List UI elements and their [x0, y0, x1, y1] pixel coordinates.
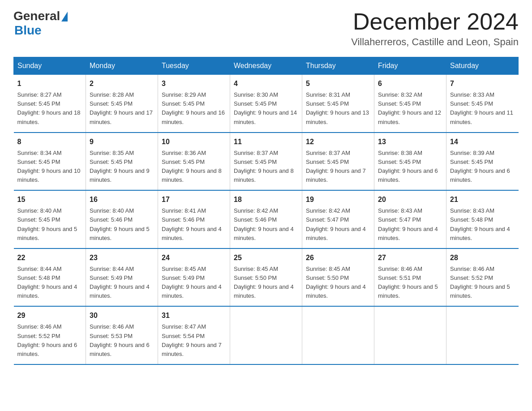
- calendar-week-2: 8 Sunrise: 8:34 AMSunset: 5:45 PMDayligh…: [14, 133, 519, 191]
- title-section: December 2024 Villaherreros, Castille an…: [351, 9, 519, 48]
- day-number: 30: [90, 310, 154, 321]
- cell-info: Sunrise: 8:44 AMSunset: 5:48 PMDaylight:…: [17, 265, 77, 299]
- calendar-cell: 28 Sunrise: 8:46 AMSunset: 5:52 PMDaylig…: [446, 248, 519, 307]
- cell-info: Sunrise: 8:34 AMSunset: 5:45 PMDaylight:…: [17, 150, 81, 183]
- calendar-week-4: 22 Sunrise: 8:44 AMSunset: 5:48 PMDaylig…: [14, 248, 519, 307]
- weekday-header-tuesday: Tuesday: [158, 57, 230, 75]
- calendar-cell: 16 Sunrise: 8:40 AMSunset: 5:46 PMDaylig…: [86, 190, 158, 248]
- weekday-header-friday: Friday: [374, 57, 446, 75]
- calendar-cell: 8 Sunrise: 8:34 AMSunset: 5:45 PMDayligh…: [14, 133, 86, 191]
- cell-info: Sunrise: 8:44 AMSunset: 5:49 PMDaylight:…: [90, 265, 150, 299]
- cell-info: Sunrise: 8:38 AMSunset: 5:45 PMDaylight:…: [378, 150, 438, 183]
- weekday-header-saturday: Saturday: [446, 57, 519, 75]
- logo: General Blue: [13, 9, 68, 38]
- cell-info: Sunrise: 8:47 AMSunset: 5:54 PMDaylight:…: [162, 323, 222, 357]
- day-number: 17: [162, 194, 226, 205]
- weekday-header-thursday: Thursday: [302, 57, 374, 75]
- cell-info: Sunrise: 8:42 AMSunset: 5:46 PMDaylight:…: [234, 207, 294, 241]
- weekday-header-sunday: Sunday: [14, 57, 86, 75]
- day-number: 8: [17, 137, 82, 147]
- calendar-cell: 19 Sunrise: 8:42 AMSunset: 5:47 PMDaylig…: [302, 190, 374, 248]
- calendar-cell: 9 Sunrise: 8:35 AMSunset: 5:45 PMDayligh…: [86, 133, 158, 191]
- cell-info: Sunrise: 8:35 AMSunset: 5:45 PMDaylight:…: [90, 150, 150, 183]
- cell-info: Sunrise: 8:28 AMSunset: 5:45 PMDaylight:…: [90, 91, 153, 125]
- calendar-cell: 31 Sunrise: 8:47 AMSunset: 5:54 PMDaylig…: [158, 306, 230, 364]
- day-number: 16: [90, 194, 154, 205]
- calendar-cell: [302, 306, 374, 364]
- cell-info: Sunrise: 8:27 AMSunset: 5:45 PMDaylight:…: [17, 91, 81, 125]
- cell-info: Sunrise: 8:46 AMSunset: 5:52 PMDaylight:…: [450, 265, 510, 299]
- calendar-cell: 1 Sunrise: 8:27 AMSunset: 5:45 PMDayligh…: [14, 75, 86, 133]
- month-year-title: December 2024: [351, 9, 519, 34]
- day-number: 5: [306, 78, 370, 89]
- calendar-cell: 15 Sunrise: 8:40 AMSunset: 5:45 PMDaylig…: [14, 190, 86, 248]
- calendar-cell: 20 Sunrise: 8:43 AMSunset: 5:47 PMDaylig…: [374, 190, 446, 248]
- calendar-week-3: 15 Sunrise: 8:40 AMSunset: 5:45 PMDaylig…: [14, 190, 519, 248]
- day-number: 10: [162, 137, 226, 147]
- calendar-table: SundayMondayTuesdayWednesdayThursdayFrid…: [13, 57, 519, 365]
- calendar-cell: 7 Sunrise: 8:33 AMSunset: 5:45 PMDayligh…: [446, 75, 519, 133]
- calendar-cell: [230, 306, 302, 364]
- day-number: 25: [234, 253, 298, 263]
- day-number: 18: [234, 194, 298, 205]
- calendar-cell: [446, 306, 519, 364]
- cell-info: Sunrise: 8:46 AMSunset: 5:53 PMDaylight:…: [90, 323, 150, 357]
- cell-info: Sunrise: 8:46 AMSunset: 5:51 PMDaylight:…: [378, 265, 438, 299]
- logo-general-text: General: [13, 9, 60, 23]
- calendar-cell: 3 Sunrise: 8:29 AMSunset: 5:45 PMDayligh…: [158, 75, 230, 133]
- day-number: 15: [17, 194, 82, 205]
- logo-triangle-icon: [61, 12, 68, 21]
- cell-info: Sunrise: 8:30 AMSunset: 5:45 PMDaylight:…: [234, 91, 297, 125]
- calendar-cell: 17 Sunrise: 8:41 AMSunset: 5:46 PMDaylig…: [158, 190, 230, 248]
- calendar-week-1: 1 Sunrise: 8:27 AMSunset: 5:45 PMDayligh…: [14, 75, 519, 133]
- cell-info: Sunrise: 8:33 AMSunset: 5:45 PMDaylight:…: [450, 91, 513, 125]
- day-number: 29: [17, 310, 82, 321]
- day-number: 3: [162, 78, 226, 89]
- cell-info: Sunrise: 8:40 AMSunset: 5:45 PMDaylight:…: [17, 207, 77, 241]
- calendar-cell: 30 Sunrise: 8:46 AMSunset: 5:53 PMDaylig…: [86, 306, 158, 364]
- day-number: 11: [234, 137, 298, 147]
- location-subtitle: Villaherreros, Castille and Leon, Spain: [351, 36, 519, 48]
- page-header: General Blue December 2024 Villaherreros…: [13, 9, 519, 48]
- calendar-cell: 13 Sunrise: 8:38 AMSunset: 5:45 PMDaylig…: [374, 133, 446, 191]
- cell-info: Sunrise: 8:32 AMSunset: 5:45 PMDaylight:…: [378, 91, 441, 125]
- calendar-cell: 24 Sunrise: 8:45 AMSunset: 5:49 PMDaylig…: [158, 248, 230, 307]
- cell-info: Sunrise: 8:42 AMSunset: 5:47 PMDaylight:…: [306, 207, 366, 241]
- calendar-cell: 6 Sunrise: 8:32 AMSunset: 5:45 PMDayligh…: [374, 75, 446, 133]
- day-number: 26: [306, 253, 370, 263]
- day-number: 4: [234, 78, 298, 89]
- logo-blue-text: Blue: [14, 23, 42, 38]
- day-number: 6: [378, 78, 442, 89]
- calendar-cell: 2 Sunrise: 8:28 AMSunset: 5:45 PMDayligh…: [86, 75, 158, 133]
- calendar-cell: 11 Sunrise: 8:37 AMSunset: 5:45 PMDaylig…: [230, 133, 302, 191]
- cell-info: Sunrise: 8:37 AMSunset: 5:45 PMDaylight:…: [234, 150, 294, 183]
- calendar-cell: 27 Sunrise: 8:46 AMSunset: 5:51 PMDaylig…: [374, 248, 446, 307]
- weekday-header-wednesday: Wednesday: [230, 57, 302, 75]
- cell-info: Sunrise: 8:43 AMSunset: 5:47 PMDaylight:…: [378, 207, 438, 241]
- day-number: 14: [450, 137, 515, 147]
- cell-info: Sunrise: 8:37 AMSunset: 5:45 PMDaylight:…: [306, 150, 366, 183]
- day-number: 27: [378, 253, 442, 263]
- day-number: 13: [378, 137, 442, 147]
- calendar-cell: 14 Sunrise: 8:39 AMSunset: 5:45 PMDaylig…: [446, 133, 519, 191]
- calendar-cell: 22 Sunrise: 8:44 AMSunset: 5:48 PMDaylig…: [14, 248, 86, 307]
- weekday-header-monday: Monday: [86, 57, 158, 75]
- day-number: 19: [306, 194, 370, 205]
- calendar-cell: 18 Sunrise: 8:42 AMSunset: 5:46 PMDaylig…: [230, 190, 302, 248]
- cell-info: Sunrise: 8:29 AMSunset: 5:45 PMDaylight:…: [162, 91, 225, 125]
- cell-info: Sunrise: 8:36 AMSunset: 5:45 PMDaylight:…: [162, 150, 222, 183]
- calendar-cell: 10 Sunrise: 8:36 AMSunset: 5:45 PMDaylig…: [158, 133, 230, 191]
- cell-info: Sunrise: 8:45 AMSunset: 5:50 PMDaylight:…: [306, 265, 366, 299]
- calendar-cell: 12 Sunrise: 8:37 AMSunset: 5:45 PMDaylig…: [302, 133, 374, 191]
- weekday-header-row: SundayMondayTuesdayWednesdayThursdayFrid…: [14, 57, 519, 75]
- day-number: 20: [378, 194, 442, 205]
- calendar-cell: 29 Sunrise: 8:46 AMSunset: 5:52 PMDaylig…: [14, 306, 86, 364]
- day-number: 2: [90, 78, 154, 89]
- cell-info: Sunrise: 8:40 AMSunset: 5:46 PMDaylight:…: [90, 207, 150, 241]
- day-number: 23: [90, 253, 154, 263]
- cell-info: Sunrise: 8:31 AMSunset: 5:45 PMDaylight:…: [306, 91, 369, 125]
- cell-info: Sunrise: 8:39 AMSunset: 5:45 PMDaylight:…: [450, 150, 510, 183]
- calendar-cell: 25 Sunrise: 8:45 AMSunset: 5:50 PMDaylig…: [230, 248, 302, 307]
- day-number: 7: [450, 78, 515, 89]
- calendar-cell: [374, 306, 446, 364]
